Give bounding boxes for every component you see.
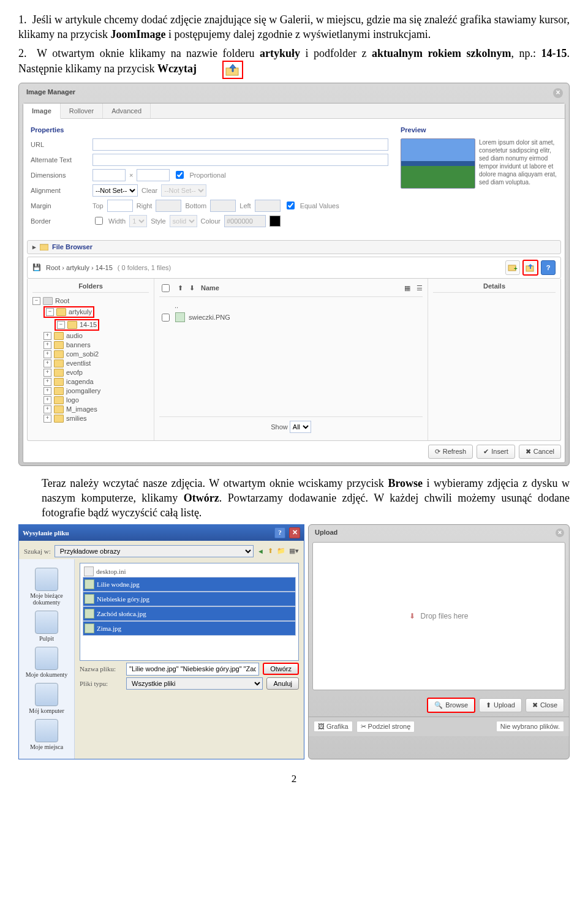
width-input[interactable]	[92, 169, 126, 181]
file-list[interactable]: desktop.ini Lilie wodne.jpg Niebieskie g…	[80, 563, 299, 661]
tab-advanced[interactable]: Advanced	[103, 104, 151, 118]
border-style-select[interactable]: solid	[170, 215, 197, 227]
show-label: Show	[271, 423, 288, 431]
tree-root[interactable]: Root	[55, 297, 69, 304]
upload-icon[interactable]	[222, 61, 243, 79]
tree-folder[interactable]: M_images	[66, 405, 97, 413]
height-input[interactable]	[137, 169, 170, 181]
proportional-checkbox[interactable]	[176, 171, 184, 179]
cancel-button[interactable]: Anuluj	[266, 677, 299, 690]
folder-icon	[40, 243, 48, 250]
refresh-icon: ⟳	[435, 448, 440, 456]
properties-heading: Properties	[31, 126, 388, 134]
file-row-up[interactable]: ..	[159, 301, 423, 311]
tree-folder[interactable]: smilies	[66, 415, 87, 422]
tree-folder[interactable]: banners	[66, 341, 91, 348]
file-dialog-title: Wysyłanie pliku	[23, 529, 69, 537]
view-list-icon[interactable]: ☰	[417, 284, 423, 292]
place-network[interactable]: Moje miejsca	[20, 719, 73, 750]
cancel-button[interactable]: ✖Cancel	[519, 445, 561, 459]
tree-folder-14-15[interactable]: 14-15	[80, 321, 97, 328]
border-label: Border	[31, 217, 89, 225]
tree-folder[interactable]: evofp	[66, 369, 83, 376]
preview-thumbnail	[401, 138, 475, 189]
file-checkbox[interactable]	[162, 314, 170, 322]
help-button[interactable]: ?	[541, 260, 556, 275]
upload-button[interactable]: ⬆Upload	[479, 698, 522, 712]
clear-select[interactable]: --Not Set--	[161, 184, 206, 197]
upload-title: Upload	[315, 529, 337, 536]
file-item[interactable]: Niebieskie góry.jpg	[83, 592, 296, 606]
back-icon[interactable]: ◄	[257, 548, 264, 555]
name-heading: Name	[201, 284, 398, 292]
browse-button[interactable]: 🔍Browse	[427, 698, 475, 713]
align-select[interactable]: --Not Set--	[92, 184, 138, 197]
window-title: Image Manager ×	[19, 83, 569, 100]
sort-desc-icon[interactable]: ⬇	[189, 284, 195, 292]
tree-folder[interactable]: logo	[66, 396, 79, 404]
folder-icon	[67, 321, 77, 329]
tree-folder-artykuly[interactable]: artykuly	[69, 308, 92, 315]
place-documents[interactable]: Moje dokumenty	[20, 647, 73, 678]
help-icon[interactable]: ?	[274, 527, 285, 538]
margin-right-input[interactable]	[156, 200, 181, 212]
tab-image[interactable]: Image	[23, 104, 61, 119]
breadcrumb[interactable]: Root › artykuly › 14-15	[46, 264, 113, 271]
new-folder-icon[interactable]: 📁	[277, 547, 285, 555]
filename-input[interactable]	[126, 663, 259, 676]
tab-rollover[interactable]: Rollover	[61, 104, 103, 118]
upload-button[interactable]	[522, 260, 538, 276]
close-icon[interactable]: ×	[553, 88, 563, 98]
file-item[interactable]: Lilie wodne.jpg	[83, 577, 296, 592]
margin-left-input[interactable]	[255, 200, 281, 212]
close-icon[interactable]: ✕	[289, 527, 300, 538]
sort-asc-icon[interactable]: ⬆	[178, 284, 183, 292]
close-icon[interactable]: ×	[556, 529, 564, 537]
margin-label: Margin	[31, 202, 89, 209]
up-icon[interactable]: ⬆	[268, 547, 273, 555]
select-all-checkbox[interactable]	[162, 284, 170, 292]
file-browser-header: ▸ File Browser	[27, 240, 561, 254]
svg-text:+: +	[514, 265, 518, 272]
tree-folder[interactable]: com_sobi2	[66, 350, 99, 358]
lookin-select[interactable]: Przykładowe obrazy	[55, 545, 254, 557]
equal-values-checkbox[interactable]	[287, 201, 295, 209]
place-computer[interactable]: Mój komputer	[20, 683, 73, 714]
open-button[interactable]: Otwórz	[263, 663, 299, 675]
refresh-button[interactable]: ⟳Refresh	[428, 445, 473, 459]
show-select[interactable]: All	[290, 421, 311, 433]
tree-folder[interactable]: icagenda	[66, 378, 94, 385]
file-item[interactable]: Zachód słońca.jpg	[83, 606, 296, 621]
search-icon: 🔍	[434, 701, 443, 709]
status-split: ✂ Podziel stronę	[356, 721, 415, 732]
margin-bottom-input[interactable]	[210, 200, 236, 212]
dim-label: Dimensions	[31, 171, 89, 179]
border-colour-input[interactable]	[224, 215, 266, 227]
tree-folder[interactable]: audio	[66, 332, 83, 339]
alt-input[interactable]	[92, 154, 388, 166]
new-folder-button[interactable]: +	[505, 260, 520, 275]
expand-icon[interactable]: −	[32, 297, 40, 305]
tree-folder[interactable]: eventlist	[66, 360, 91, 367]
clear-label: Clear	[141, 187, 157, 194]
tree-folder[interactable]: joomgallery	[66, 387, 100, 394]
insert-button[interactable]: ✔Insert	[477, 445, 515, 459]
file-row[interactable]: swieczki.PNG	[159, 311, 423, 325]
colour-swatch[interactable]	[270, 216, 281, 227]
views-icon[interactable]: ▦▾	[289, 547, 299, 555]
close-icon: ✖	[532, 701, 538, 709]
border-width-select[interactable]: 1	[129, 215, 147, 227]
place-desktop[interactable]: Pulpit	[20, 611, 73, 642]
place-recent[interactable]: Moje bieżące dokumenty	[20, 568, 73, 606]
filetype-select[interactable]: Wszystkie pliki	[126, 677, 263, 690]
alt-label: Alternate Text	[31, 156, 89, 164]
drop-zone[interactable]: ⬇Drop files here	[312, 542, 565, 690]
close-button[interactable]: ✖Close	[526, 698, 564, 712]
url-input[interactable]	[92, 138, 388, 151]
margin-top-input[interactable]	[107, 200, 133, 212]
file-item[interactable]: Zima.jpg	[83, 621, 296, 636]
drive-icon: 💾	[32, 263, 41, 271]
border-checkbox[interactable]	[95, 217, 103, 225]
view-grid-icon[interactable]: ▦	[404, 284, 410, 292]
file-item[interactable]: desktop.ini	[83, 566, 296, 577]
